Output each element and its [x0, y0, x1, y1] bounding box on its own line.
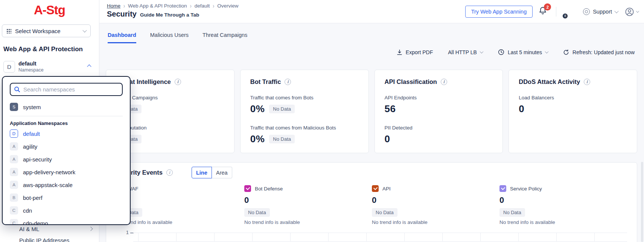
dashboard-toolbar: Export PDF All HTTP LB Last 5 minutes — [397, 49, 635, 55]
breadcrumb-home[interactable]: Home — [107, 3, 120, 9]
namespace-initial-badge: D — [3, 61, 15, 73]
toggle-line-button[interactable]: Line — [192, 167, 212, 178]
y-axis-tick-label: 1 — [123, 230, 129, 235]
time-range-label: Last 5 minutes — [508, 49, 542, 55]
api-classification-card: API Classification API Endpoints 56 PII … — [375, 70, 503, 153]
try-web-app-scanning-button[interactable]: Try Web App Scanning — [465, 6, 533, 18]
namespace-option-label: bot-perf — [23, 195, 43, 201]
workspace-selector[interactable]: Select Workspace — [2, 24, 91, 37]
namespace-initial-badge: D — [10, 129, 18, 138]
chevron-up-icon — [87, 64, 91, 68]
legend-trend-text: No trend info is available — [372, 219, 499, 225]
support-icon — [583, 8, 590, 15]
namespace-option-label: agility — [23, 143, 37, 150]
user-icon — [624, 7, 635, 17]
legend-service-policy: Service Policy 0 No Data No trend info i… — [499, 185, 627, 225]
chevron-down-icon — [614, 9, 618, 13]
namespace-selector[interactable]: D default Namespace — [3, 60, 96, 75]
sidebar-item-ai-ml[interactable]: AI & ML — [19, 226, 39, 232]
notifications-button[interactable]: 2 — [538, 6, 548, 17]
download-icon — [397, 49, 402, 55]
namespace-option-system[interactable]: S system — [3, 100, 130, 113]
namespace-initial-badge: A — [10, 168, 18, 176]
legend-waf: WAF 0 No Data No trend info is available — [117, 185, 244, 225]
refresh-button[interactable]: Refresh: Updated just now — [563, 49, 635, 55]
sidebar-item-public-ip[interactable]: Public IP Addresses — [19, 237, 69, 242]
namespace-initial-badge: B — [10, 193, 18, 202]
legend-trend-text: No trend info is available — [244, 219, 372, 225]
legend-label: API — [382, 186, 391, 192]
chevron-down-icon — [82, 28, 87, 32]
workspace-selector-label: Select Workspace — [15, 28, 79, 34]
lb-filter-dropdown[interactable]: All HTTP LB — [448, 49, 483, 55]
info-icon[interactable] — [166, 169, 173, 176]
namespace-option-aws-appstack-scale[interactable]: A aws-appstack-scale — [3, 178, 130, 191]
toggle-area-button[interactable]: Area — [212, 167, 232, 178]
avatar-count-badge: 8 — [562, 13, 568, 19]
bot-traffic-card: Bot Traffic Traffic that comes from Bots… — [240, 70, 369, 153]
support-menu[interactable]: Support — [583, 8, 618, 15]
namespace-option-bot-perf[interactable]: B bot-perf — [3, 191, 130, 204]
legend-label: Bot Defense — [255, 186, 283, 192]
chart-type-toggle: Line Area — [192, 167, 232, 178]
main-content: Home › Web App & API Protection › defaul… — [99, 0, 644, 242]
namespace-option-cdn-demo[interactable]: C cdn-demo — [3, 217, 130, 225]
sidebar-item-label: AI & ML — [19, 226, 39, 232]
breadcrumb-overview[interactable]: Overview — [217, 3, 238, 9]
export-pdf-label: Export PDF — [406, 49, 433, 55]
namespace-initial-badge: C — [10, 206, 18, 215]
vertical-scrollbar[interactable] — [641, 162, 643, 242]
breadcrumb-waap[interactable]: Web App & API Protection — [128, 3, 187, 9]
workspace-grid-icon — [6, 29, 11, 33]
namespace-option-cdn[interactable]: C cdn — [3, 204, 130, 217]
tab-dashboard[interactable]: Dashboard — [108, 32, 136, 43]
bot-defense-checkbox[interactable] — [244, 185, 251, 192]
info-icon[interactable] — [441, 79, 447, 85]
namespace-initial-badge: S — [10, 103, 18, 111]
metric-label: Traffic that comes from Bots — [250, 95, 359, 100]
legend-value: 0 — [117, 195, 244, 205]
namespace-initial-badge: A — [10, 142, 18, 151]
breadcrumb-separator: › — [213, 2, 214, 9]
namespace-option-api-security[interactable]: A api-security — [3, 153, 130, 166]
guide-me-link[interactable]: Guide Me Through a Tab — [140, 12, 199, 18]
user-menu[interactable] — [624, 7, 639, 17]
breadcrumb-namespace[interactable]: default — [195, 3, 210, 9]
security-events-header: Security Events Line Area — [116, 167, 232, 178]
info-icon[interactable] — [285, 79, 291, 85]
chevron-down-icon — [636, 9, 639, 12]
sidebar-item-label: Public IP Addresses — [19, 237, 69, 242]
metric-label: Threat Campaigns — [116, 95, 224, 100]
support-label: Support — [593, 9, 612, 15]
namespace-initial-badge: C — [10, 219, 18, 225]
card-title-row: API Classification — [385, 78, 493, 86]
clock-icon — [498, 49, 504, 55]
tab-threat-campaigns[interactable]: Threat Campaigns — [202, 32, 247, 43]
no-data-badge: No Data — [499, 208, 525, 217]
metric-label: Traffic that comes from Malicious Bots — [250, 125, 359, 131]
legend-value: 0 — [244, 195, 372, 205]
namespace-option-default[interactable]: D default — [3, 127, 130, 140]
export-pdf-button[interactable]: Export PDF — [397, 49, 433, 55]
api-checkbox[interactable] — [372, 185, 379, 192]
metric-value: 0 — [519, 103, 524, 115]
namespace-option-label: cdn-demo — [23, 220, 48, 225]
tenant-avatar[interactable]: 8 — [564, 6, 577, 18]
card-title-row: DDoS Attack Activity — [519, 78, 627, 86]
legend-trend-text: No trend info is available — [499, 219, 627, 225]
namespace-option-agility[interactable]: A agility — [3, 140, 130, 153]
namespace-option-label: api-security — [23, 156, 52, 163]
search-namespaces-input[interactable] — [23, 86, 119, 93]
info-icon[interactable] — [175, 79, 181, 85]
refresh-label: Refresh: Updated just now — [572, 49, 635, 55]
ddos-attack-activity-card: DDoS Attack Activity Load Balancers 0 — [509, 70, 637, 153]
dropdown-divider — [10, 116, 123, 116]
info-icon[interactable] — [584, 79, 590, 85]
metric-label: PII Detected — [385, 125, 493, 131]
tab-malicious-users[interactable]: Malicious Users — [150, 32, 189, 43]
time-range-dropdown[interactable]: Last 5 minutes — [498, 49, 548, 55]
metric-value: 0 — [385, 133, 390, 145]
service-policy-checkbox[interactable] — [499, 185, 506, 192]
namespace-dropdown-panel: S system Application Namespaces D defaul… — [2, 76, 131, 225]
namespace-option-app-delivery-network[interactable]: A app-delivery-network — [3, 166, 130, 178]
